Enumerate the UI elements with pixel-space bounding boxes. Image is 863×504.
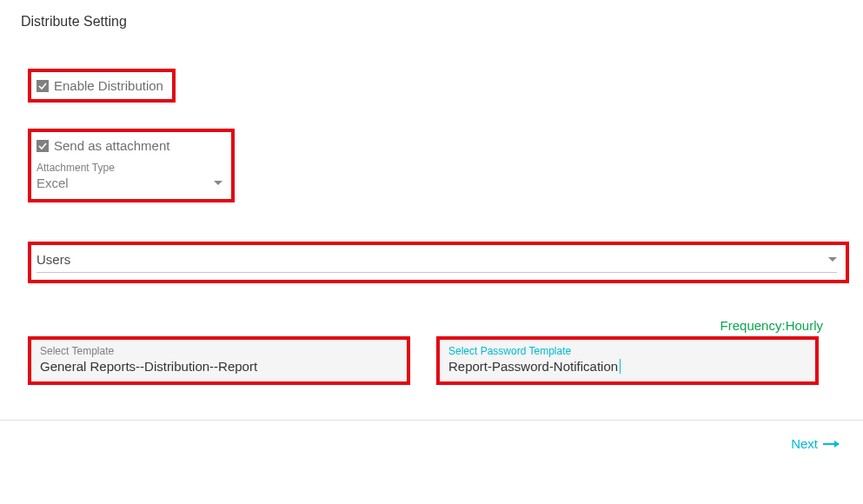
- next-button-label: Next: [791, 436, 818, 451]
- select-template-field[interactable]: Select Template General Reports--Distrib…: [28, 336, 410, 385]
- users-value: Users: [37, 252, 70, 267]
- send-as-attachment-label: Send as attachment: [54, 138, 169, 153]
- select-template-value: General Reports--Distribution--Report: [40, 359, 257, 374]
- select-template-label: Select Template: [40, 345, 398, 357]
- attachment-group: Send as attachment Attachment Type Excel: [28, 129, 235, 202]
- select-password-template-value: Report-Password-Notification: [448, 359, 621, 374]
- send-as-attachment-checkbox[interactable]: [37, 140, 49, 152]
- next-button[interactable]: Next: [791, 436, 839, 451]
- distribute-settings-form: Enable Distribution Send as attachment A…: [0, 30, 863, 385]
- frequency-value: Hourly: [786, 318, 823, 333]
- check-icon: [38, 142, 47, 150]
- template-row: Select Template General Reports--Distrib…: [28, 336, 835, 385]
- enable-distribution-group: Enable Distribution: [28, 69, 176, 103]
- check-icon: [38, 82, 47, 90]
- users-select[interactable]: Users: [37, 252, 837, 273]
- enable-distribution-checkbox[interactable]: [37, 80, 49, 92]
- attachment-type-value: Excel: [37, 176, 69, 190]
- attachment-type-label: Attachment Type: [37, 162, 222, 174]
- chevron-down-icon: [214, 181, 222, 185]
- text-cursor-icon: [620, 359, 621, 374]
- page-title: Distribute Setting: [0, 0, 863, 30]
- frequency-text: Frequency:Hourly: [28, 318, 835, 333]
- footer: Next: [0, 420, 863, 421]
- chevron-down-icon: [828, 257, 837, 262]
- select-password-template-field[interactable]: Select Password Template Report-Password…: [436, 336, 819, 385]
- enable-distribution-label: Enable Distribution: [54, 78, 163, 93]
- select-password-template-label: Select Password Template: [448, 345, 807, 357]
- frequency-label: Frequency: [720, 318, 782, 333]
- arrow-right-icon: [823, 443, 839, 445]
- attachment-type-select[interactable]: Excel: [37, 176, 222, 190]
- users-group: Users: [28, 242, 849, 283]
